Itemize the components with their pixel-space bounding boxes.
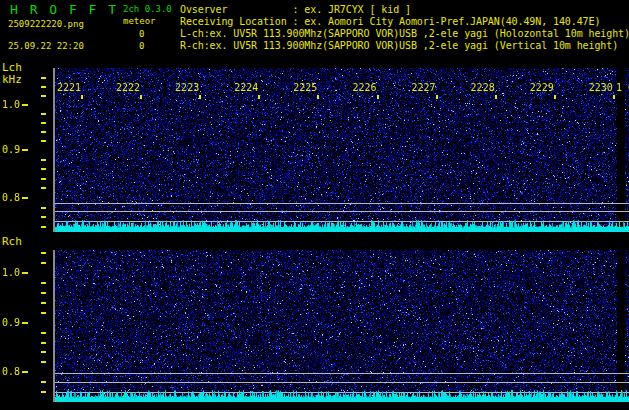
freq-axis-major-tick bbox=[22, 197, 28, 199]
time-axis-label: 2224 bbox=[233, 82, 258, 93]
time-axis-label: 2222 bbox=[115, 82, 140, 93]
hrofft-window: H R O F F T 2ch 0.3.0 2509222220.png met… bbox=[0, 0, 629, 410]
receiver-info-line: Ovserver : ex. JR7CYX [ kid ] bbox=[180, 4, 629, 16]
freq-axis-major-tick bbox=[22, 371, 28, 373]
freq-axis-minor-tick bbox=[41, 226, 46, 228]
time-axis-label: 2223 bbox=[174, 82, 199, 93]
freq-axis-minor-tick bbox=[41, 252, 46, 254]
time-axis-tick bbox=[258, 95, 260, 99]
time-axis-tick bbox=[613, 95, 615, 99]
time-axis-label: 2226 bbox=[352, 82, 377, 93]
freq-axis-minor-tick bbox=[41, 113, 46, 115]
freq-axis-label: 0.8 bbox=[2, 366, 20, 377]
receiver-info-block: Ovserver : ex. JR7CYX [ kid ]Receiving L… bbox=[180, 4, 629, 52]
freq-axis-minor-tick bbox=[41, 302, 46, 304]
time-axis-tick bbox=[436, 95, 438, 99]
time-axis-tick bbox=[81, 95, 83, 99]
freq-axis-minor-tick bbox=[41, 187, 46, 189]
freq-axis-label: 1.0 bbox=[2, 99, 20, 110]
freq-axis-major-tick bbox=[22, 272, 28, 274]
freq-axis-minor-tick bbox=[41, 207, 46, 209]
freq-axis-minor-tick bbox=[41, 95, 46, 97]
freq-axis-label: 0.8 bbox=[2, 192, 20, 203]
freq-axis-minor-tick bbox=[41, 178, 46, 180]
freq-axis-minor-tick bbox=[41, 361, 46, 363]
meteor-count-lch: 0 bbox=[139, 30, 144, 40]
time-axis-label: 2227 bbox=[411, 82, 436, 93]
time-axis-label: 2229 bbox=[529, 82, 554, 93]
time-axis-tick bbox=[140, 95, 142, 99]
freq-axis-minor-tick bbox=[41, 122, 46, 124]
meteor-count-rch: 0 bbox=[139, 42, 144, 52]
freq-axis-minor-tick bbox=[41, 332, 46, 334]
time-axis-tick bbox=[554, 95, 556, 99]
output-filename: 2509222220.png bbox=[8, 20, 84, 30]
meteor-counter-label: meteor bbox=[123, 17, 156, 27]
freq-axis-minor-tick bbox=[41, 131, 46, 133]
rch-panel-label: Rch bbox=[2, 236, 22, 248]
freq-axis-minor-tick bbox=[41, 86, 46, 88]
receiver-info-line: R-ch:ex. UV5R 113.900Mhz(SAPPORO VOR)USB… bbox=[180, 40, 629, 52]
freq-axis-minor-tick bbox=[41, 351, 46, 353]
receiver-info-line: L-ch:ex. UV5R 113.900Mhz(SAPPORO VOR)USB… bbox=[180, 28, 629, 40]
freq-axis-minor-tick bbox=[41, 77, 46, 79]
freq-axis-major-tick bbox=[22, 104, 28, 106]
lch-axis-line bbox=[53, 68, 55, 232]
time-axis-tick bbox=[317, 95, 319, 99]
freq-axis-label: 0.9 bbox=[2, 144, 20, 155]
freq-axis-minor-tick bbox=[41, 159, 46, 161]
freq-axis-minor-tick bbox=[41, 262, 46, 264]
freq-axis-label: 0.9 bbox=[2, 317, 20, 328]
freq-axis-minor-tick bbox=[41, 292, 46, 294]
app-title: H R O F F T bbox=[10, 3, 118, 17]
app-version: 2ch 0.3.0 bbox=[123, 5, 172, 15]
freq-unit-label: kHz bbox=[2, 74, 22, 86]
receiver-info-line: Receiving Location : ex. Aomori City Aom… bbox=[180, 16, 629, 28]
datetime-stamp: 25.09.22 22:20 bbox=[8, 42, 84, 52]
freq-axis-minor-tick bbox=[41, 282, 46, 284]
rch-spectrogram-canvas bbox=[55, 250, 629, 402]
freq-axis-minor-tick bbox=[41, 391, 46, 393]
right-edge-partial-label: 1 0 bbox=[616, 82, 629, 93]
time-axis-label: 2221 bbox=[56, 82, 81, 93]
rch-axis-line bbox=[53, 250, 55, 402]
freq-axis-minor-tick bbox=[41, 168, 46, 170]
time-axis-label: 2230 bbox=[588, 82, 613, 93]
freq-axis-minor-tick bbox=[41, 216, 46, 218]
time-axis-tick bbox=[199, 95, 201, 99]
time-axis-label: 2228 bbox=[470, 82, 495, 93]
time-axis-tick bbox=[377, 95, 379, 99]
freq-axis-minor-tick bbox=[41, 140, 46, 142]
freq-axis-minor-tick bbox=[41, 312, 46, 314]
freq-axis-major-tick bbox=[22, 149, 28, 151]
freq-axis-minor-tick bbox=[41, 342, 46, 344]
freq-axis-major-tick bbox=[22, 322, 28, 324]
freq-axis-label: 1.0 bbox=[2, 267, 20, 278]
time-axis-label: 2225 bbox=[292, 82, 317, 93]
time-axis-tick bbox=[495, 95, 497, 99]
freq-axis-minor-tick bbox=[41, 381, 46, 383]
